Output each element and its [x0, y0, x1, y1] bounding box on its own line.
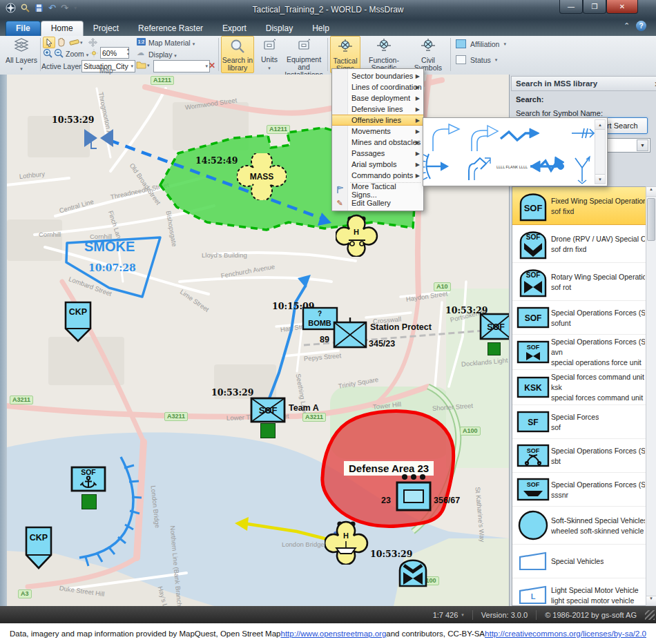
- menu-item[interactable]: Movements ▶: [332, 126, 423, 137]
- symbol-list-item[interactable]: SOF Rotary Wing Special Operations Force…: [512, 263, 646, 301]
- symbol-code: sssnr: [551, 491, 645, 499]
- armored-unit-symbol[interactable]: [395, 474, 432, 512]
- menu-item[interactable]: Lines of coordination ▶: [332, 81, 423, 92]
- ribbon-tab[interactable]: Reference Raster: [128, 21, 213, 36]
- helicopter-landing-symbol[interactable]: H: [336, 214, 378, 257]
- maximize-button[interactable]: ❐: [583, 0, 606, 14]
- symbol-list-item[interactable]: SOF Special Operations Forces (SOF) Unit…: [512, 335, 646, 370]
- collapse-ribbon-icon[interactable]: ⌃: [624, 21, 630, 30]
- zoom-level-spinner[interactable]: 60%: [100, 47, 129, 59]
- search-section-label: Search:: [516, 95, 543, 104]
- zoom-dropdown[interactable]: Zoom ▾: [66, 50, 88, 58]
- mass-point-symbol[interactable]: MASS: [237, 153, 287, 200]
- brightness-icon[interactable]: [90, 49, 98, 57]
- tactical-signs-button[interactable]: Tactical Signs▾: [330, 36, 360, 73]
- status-dropdown[interactable]: Status▾: [456, 55, 497, 64]
- equipment-box-icon: [297, 38, 311, 53]
- ribbon-tab[interactable]: Help: [302, 21, 339, 36]
- submenu-arrow-icon: ▶: [416, 95, 420, 101]
- status-swatch-icon: [456, 55, 466, 64]
- symbol-name: Special forces command unit: [551, 373, 644, 381]
- symbol-icon: SOF: [515, 478, 551, 501]
- sof-unit-symbol-right[interactable]: SOF: [479, 313, 512, 340]
- affiliation-dropdown[interactable]: Affiliation▾: [456, 39, 506, 48]
- rotary-drone-symbol[interactable]: [398, 556, 428, 587]
- menu-item[interactable]: Passages ▶: [332, 148, 423, 159]
- ribbon-tab[interactable]: Project: [84, 21, 128, 36]
- menu-item[interactable]: Commando points ▶: [332, 170, 423, 181]
- symbol-list-item[interactable]: Soft-Skinned Special Vehicles wheeled so…: [512, 507, 646, 545]
- symbol-name: Special Vehicles: [551, 557, 604, 565]
- ribbon-tab[interactable]: Home: [41, 21, 84, 36]
- svg-text:KSK: KSK: [524, 383, 542, 393]
- symbol-list-item[interactable]: SOF Special Operations Forces (SOF) Unit…: [512, 439, 646, 473]
- scroll-down-icon: ▼: [646, 596, 656, 605]
- clear-raster-icon[interactable]: ✕: [209, 61, 215, 70]
- symbol-list-item[interactable]: SOF Fixed Wing Special Operations Forces…: [512, 187, 646, 225]
- map-scale-indicator[interactable]: 1:7 426▾: [425, 611, 472, 619]
- symbol-name: Special Operations Forces (SOF) Unit: [551, 480, 645, 489]
- osm-link[interactable]: http://www.openstreetmap.org: [281, 630, 387, 638]
- boat-landing-symbol[interactable]: H: [325, 519, 369, 565]
- symbol-list-item[interactable]: SOF Special Operations Forces (SOF) Unit…: [512, 301, 646, 335]
- ribbon-tab[interactable]: Export: [213, 21, 256, 36]
- branch-arrow: [575, 157, 590, 184]
- search-in-library-button[interactable]: Search in library: [221, 36, 254, 73]
- station-protect-label: Station Protect: [370, 322, 432, 332]
- menu-item[interactable]: Base deployment ▶: [332, 92, 423, 104]
- zoom-out-icon[interactable]: [54, 48, 64, 58]
- display-dropdown[interactable]: Display ▾: [148, 50, 177, 59]
- panel-scrollbar[interactable]: ▲ ▼: [646, 186, 656, 606]
- svg-text:SOF: SOF: [527, 481, 540, 488]
- timestamp: 14:52:49: [195, 155, 238, 166]
- checkpoint-symbol[interactable]: CKP: [64, 301, 92, 343]
- minimize-button[interactable]: —: [559, 0, 583, 14]
- help-icon[interactable]: ?: [636, 21, 646, 31]
- tool-caret-icon[interactable]: ▾: [80, 40, 83, 46]
- all-layers-button[interactable]: All Layers▾: [4, 37, 39, 72]
- symbol-list-item[interactable]: L Light Special Motor Vehicle light spec…: [512, 578, 646, 606]
- menu-item[interactable]: Defensive lines ▶: [332, 104, 423, 115]
- close-button[interactable]: ✕: [606, 0, 638, 14]
- station-protect-unit-symbol[interactable]: [332, 317, 368, 349]
- symbol-list-item[interactable]: KSK Special forces command unit ksk spec…: [512, 370, 646, 405]
- resize-grip[interactable]: [645, 610, 655, 620]
- road-badge: A1211: [267, 125, 290, 134]
- air-unit-bowtie-symbol[interactable]: [83, 128, 115, 150]
- map-material-dropdown[interactable]: Map Material ▾: [148, 39, 195, 47]
- menu-item[interactable]: Arial symbols ▶: [332, 159, 423, 170]
- zoom-in-icon[interactable]: [43, 48, 52, 58]
- menu-item-edit-gallery[interactable]: ✎ Edit Gallery: [332, 197, 423, 209]
- raster-combo[interactable]: ▾: [153, 60, 210, 72]
- gallery-scrollbar[interactable]: ▲ ▼: [595, 119, 606, 184]
- menu-item-more-tactical-signs[interactable]: More Tactical Signs...: [332, 184, 423, 197]
- select-tool[interactable]: [43, 37, 55, 48]
- ribbon-tab[interactable]: Display: [256, 21, 302, 36]
- symbol-list-item[interactable]: Special Vehicles: [512, 545, 646, 578]
- units-button[interactable]: Units▾: [257, 36, 282, 72]
- cc-link[interactable]: http://creativecommons.org/licenses/by-s…: [485, 630, 646, 638]
- equipment-button[interactable]: Equipment and Installations: [282, 36, 326, 79]
- checkpoint-symbol-2[interactable]: CKP: [25, 526, 52, 570]
- svg-text:SOF: SOF: [81, 468, 96, 476]
- folder-icon[interactable]: [136, 61, 146, 69]
- road-badge: A3211: [302, 413, 326, 422]
- ribbon-tab[interactable]: File: [6, 21, 41, 36]
- measure-icon[interactable]: [69, 38, 79, 47]
- menu-item[interactable]: Offensive lines ▶: [332, 115, 423, 126]
- sof-boat-unit-symbol[interactable]: SOF: [70, 466, 106, 492]
- pan-hand-icon[interactable]: [57, 37, 67, 47]
- menu-item[interactable]: Sector boundaries ▶: [332, 70, 423, 81]
- menu-item[interactable]: Mines and obstacles ▶: [332, 137, 423, 148]
- zoom-spin-arrows[interactable]: ▲▼: [126, 47, 130, 57]
- gallery-symbols[interactable]: LLLL FLANK LLLL: [423, 118, 595, 184]
- folder-caret-icon[interactable]: ▾: [147, 63, 150, 68]
- symbol-list-item[interactable]: SF Special Forces sof: [512, 405, 646, 439]
- msdraw-window: ↶ ↷ ▼ Tactical_Training_2 - WORLD - MssD…: [0, 0, 656, 644]
- submenu-arrow-icon: ▶: [416, 117, 420, 124]
- symbol-list-item[interactable]: SOF Special Operations Forces (SOF) Unit…: [512, 473, 646, 507]
- symbol-list-item[interactable]: SOF Drone (RPV / UAV) Special Operations…: [512, 225, 646, 263]
- more-tactical-signs-icon: [334, 186, 345, 195]
- svg-text:H: H: [354, 228, 359, 236]
- sof-team-a-symbol[interactable]: SOF: [250, 397, 286, 423]
